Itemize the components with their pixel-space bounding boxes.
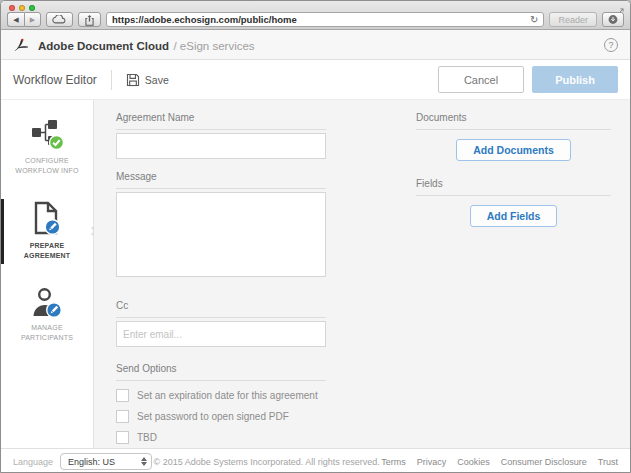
agreement-name-label: Agreement Name (116, 112, 326, 130)
cancel-button[interactable]: Cancel (438, 66, 524, 93)
fields-section-label: Fields (416, 178, 611, 196)
password-checkbox-label: Set password to open signed PDF (137, 411, 289, 422)
tbd-option-row: TBD (116, 431, 326, 444)
sidebar-item-configure-workflow-info[interactable]: CONFIGURE WORKFLOW INFO (1, 114, 93, 180)
expiration-option-row: Set an expiration date for this agreemen… (116, 389, 326, 402)
sidebar: CONFIGURE WORKFLOW INFO PREPARE AGREEMEN… (1, 100, 94, 448)
save-button[interactable]: Save (126, 73, 169, 87)
cloud-icon (52, 15, 67, 24)
sidebar-item-manage-participants[interactable]: MANAGE PARTICIPANTS (1, 283, 93, 347)
url-text: https://adobe.echosign.com/public/home (112, 14, 526, 25)
app-header: Adobe Document Cloud / eSign services ? (1, 30, 630, 60)
back-button[interactable]: ◀ (7, 12, 24, 27)
url-bar[interactable]: https://adobe.echosign.com/public/home ↻ (106, 12, 544, 27)
editor-toolbar: Workflow Editor Save Cancel Publish (1, 60, 630, 99)
divider (111, 70, 112, 90)
select-stepper-icon (141, 457, 147, 466)
sidebar-item-label: MANAGE PARTICIPANTS (11, 323, 83, 343)
forward-button[interactable]: ▶ (24, 12, 41, 27)
password-checkbox[interactable] (116, 410, 129, 423)
download-icon (608, 14, 618, 25)
sidebar-item-prepare-agreement[interactable]: PREPARE AGREEMENT (1, 197, 93, 265)
add-fields-button[interactable]: Add Fields (470, 205, 558, 227)
document-edit-icon (32, 201, 62, 236)
expiration-checkbox[interactable] (116, 389, 129, 402)
documents-section-label: Documents (416, 112, 611, 130)
language-value: English: US (68, 457, 141, 467)
workflow-icon (29, 118, 65, 151)
tbd-checkbox[interactable] (116, 431, 129, 444)
cookies-link[interactable]: Cookies (457, 457, 490, 467)
language-label: Language (13, 457, 53, 467)
icloud-tabs-button[interactable] (46, 12, 73, 27)
downloads-button[interactable] (602, 12, 624, 27)
reload-icon[interactable]: ↻ (530, 15, 538, 25)
expiration-checkbox-label: Set an expiration date for this agreemen… (137, 390, 318, 401)
footer-links: Terms Privacy Cookies Consumer Disclosur… (381, 457, 618, 467)
back-icon: ◀ (13, 16, 18, 24)
page-title: Workflow Editor (13, 73, 97, 87)
footer: Language English: US © 2015 Adobe System… (1, 448, 630, 473)
send-options-label: Send Options (116, 363, 326, 381)
help-icon[interactable]: ? (604, 38, 618, 52)
terms-link[interactable]: Terms (381, 457, 406, 467)
participant-edit-icon (31, 287, 63, 318)
window-controls (9, 5, 35, 11)
share-button[interactable] (78, 12, 101, 27)
zoom-window-button[interactable] (29, 5, 35, 11)
reader-button[interactable]: Reader (549, 12, 597, 27)
copyright-text: © 2015 Adobe Systems Incorporated. All r… (154, 457, 380, 467)
privacy-link[interactable]: Privacy (417, 457, 447, 467)
tbd-checkbox-label: TBD (137, 432, 157, 443)
message-label: Message (116, 171, 326, 189)
add-documents-button[interactable]: Add Documents (456, 139, 571, 161)
save-icon (126, 73, 140, 87)
cc-label: Cc (116, 300, 326, 318)
adobe-logo (13, 37, 31, 53)
sidebar-item-label: PREPARE AGREEMENT (11, 241, 83, 261)
message-textarea[interactable] (116, 192, 326, 277)
agreement-name-input[interactable] (116, 133, 326, 159)
minimize-window-button[interactable] (19, 5, 25, 11)
brand-subtitle: / eSign services (173, 40, 254, 52)
publish-button[interactable]: Publish (532, 66, 618, 93)
password-option-row: Set password to open signed PDF (116, 410, 326, 423)
language-select[interactable]: English: US (60, 453, 152, 470)
consumer-disclosure-link[interactable]: Consumer Disclosure (501, 457, 587, 467)
save-label: Save (145, 74, 169, 86)
forward-icon: ▶ (30, 16, 35, 24)
main-content: Agreement Name Message Cc Send Options S… (94, 100, 630, 448)
close-window-button[interactable] (9, 5, 15, 11)
browser-chrome: ◀ ▶ https://adobe.echosign.com/public/ho… (1, 1, 630, 30)
share-icon (84, 14, 95, 26)
sidebar-item-label: CONFIGURE WORKFLOW INFO (11, 156, 83, 176)
trust-link[interactable]: Trust (598, 457, 618, 467)
brand-title: Adobe Document Cloud (38, 40, 169, 52)
browser-window: ◀ ▶ https://adobe.echosign.com/public/ho… (0, 0, 631, 473)
cc-input[interactable] (116, 321, 326, 347)
